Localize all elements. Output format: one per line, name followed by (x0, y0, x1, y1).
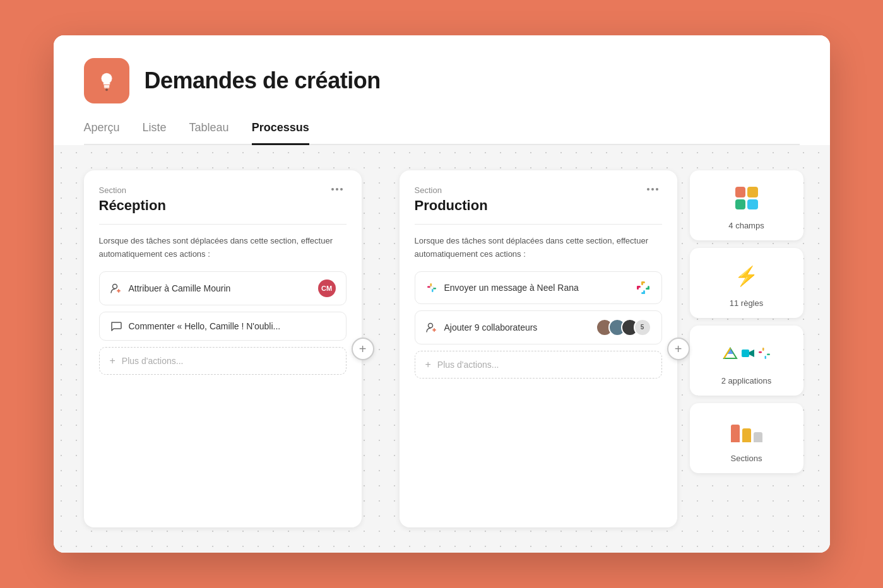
section-reception-divider (99, 224, 347, 225)
svg-point-2 (105, 88, 108, 91)
assign-icon (110, 282, 122, 295)
process-canvas: Section Réception Lorsque des tâches son… (54, 145, 830, 553)
right-sidebar: 4 champs ⚡ 11 règles (677, 170, 803, 527)
action-comment-text: Commenter « Hello, Camille ! N'oubli... (129, 321, 281, 331)
tabs-nav: Aperçu Liste Tableau Processus (84, 121, 800, 145)
svg-rect-25 (762, 348, 764, 351)
section-production-label: Section (415, 185, 488, 195)
project-name: Demandes de création (145, 68, 381, 94)
project-title-row: Demandes de création (84, 58, 800, 103)
svg-rect-21 (742, 350, 749, 357)
collaborators-avatars: 5 (596, 319, 651, 336)
sections-bars-icon (731, 420, 762, 442)
collaborators-icon (425, 321, 438, 334)
section-reception-card: Section Réception Lorsque des tâches son… (84, 170, 362, 527)
svg-point-3 (112, 284, 117, 288)
action-slack-message[interactable]: Envoyer un message à Neel Rana (415, 271, 662, 304)
tab-processus[interactable]: Processus (252, 121, 309, 145)
action-slack-text: Envoyer un message à Neel Rana (444, 283, 579, 293)
widget-applications[interactable]: 2 applications (690, 326, 803, 396)
action-add-reception[interactable]: + Plus d'actions... (99, 347, 347, 375)
sections-icon-area (729, 413, 764, 449)
google-meet-icon (740, 346, 756, 361)
section-production-card: Section Production Lorsque des tâches so… (400, 170, 677, 527)
action-assign-camille[interactable]: Attribuer à Camille Mourin CM (99, 271, 347, 305)
widget-sections[interactable]: Sections (690, 403, 803, 473)
section-reception-more-button[interactable] (328, 185, 347, 193)
action-collaborators-text: Ajouter 9 collaborateurs (444, 322, 538, 332)
slack-small-icon (758, 347, 771, 360)
section-reception-name: Réception (99, 197, 166, 214)
camille-avatar: CM (318, 279, 336, 297)
tab-liste[interactable]: Liste (143, 121, 167, 145)
section-reception-header: Section Réception (99, 185, 347, 214)
svg-rect-23 (759, 351, 762, 353)
tab-tableau[interactable]: Tableau (189, 121, 229, 145)
regles-icon-area: ⚡ (729, 258, 764, 293)
lightning-icon: ⚡ (735, 265, 758, 287)
lightbulb-icon (95, 69, 119, 93)
section-production-name: Production (415, 197, 488, 214)
connector-plus-production[interactable]: + (667, 338, 690, 360)
action-comment[interactable]: Commenter « Hello, Camille ! N'oubli... (99, 312, 347, 341)
add-action-label-prod: Plus d'actions... (437, 360, 499, 370)
app-window: Demandes de création Aperçu Liste Tablea… (54, 35, 830, 553)
widget-champs[interactable]: 4 champs (690, 170, 803, 240)
svg-rect-1 (104, 86, 109, 88)
svg-point-17 (428, 323, 432, 327)
applications-icon-area (729, 336, 764, 371)
svg-rect-7 (432, 289, 434, 292)
svg-rect-8 (430, 286, 433, 289)
slack-logo-right (635, 279, 651, 296)
action-add-collaborators[interactable]: Ajouter 9 collaborateurs 5 (415, 310, 662, 344)
comment-icon (110, 320, 122, 332)
section-production-desc: Lorsque des tâches sont déplacées dans c… (415, 235, 662, 261)
add-action-plus-icon: + (110, 355, 116, 367)
connector-plus-reception[interactable]: + (352, 338, 374, 360)
champs-icon-area (729, 180, 764, 216)
section-reception-label: Section (99, 185, 166, 195)
add-action-label: Plus d'actions... (122, 356, 184, 366)
regles-label: 11 règles (730, 298, 763, 308)
section-production-divider (415, 224, 662, 225)
project-icon (84, 58, 129, 103)
svg-rect-26 (764, 356, 766, 359)
svg-marker-22 (749, 350, 754, 357)
action-add-production[interactable]: + Plus d'actions... (415, 351, 662, 379)
sections-label: Sections (731, 454, 762, 463)
svg-rect-24 (767, 354, 770, 356)
applications-label: 2 applications (721, 376, 772, 385)
section-production-header: Section Production (415, 185, 662, 214)
champs-label: 4 champs (728, 221, 764, 230)
add-action-plus-icon-prod: + (425, 359, 431, 370)
header: Demandes de création Aperçu Liste Tablea… (54, 35, 830, 145)
apps-icons (723, 346, 771, 361)
svg-rect-6 (430, 283, 432, 286)
action-assign-camille-text: Attribuer à Camille Mourin (129, 283, 231, 293)
google-drive-icon (723, 346, 738, 361)
section-production-more-button[interactable] (643, 185, 662, 193)
sections-area: Section Réception Lorsque des tâches son… (84, 170, 677, 527)
svg-rect-16 (641, 292, 645, 294)
section-reception-desc: Lorsque des tâches sont déplacées dans c… (99, 235, 347, 261)
svg-rect-14 (641, 281, 645, 283)
avatar-count: 5 (634, 319, 651, 336)
widget-regles[interactable]: ⚡ 11 règles (690, 248, 803, 318)
grid-icon (735, 187, 758, 209)
slack-app-icon (425, 281, 438, 294)
svg-rect-12 (648, 286, 649, 290)
svg-rect-10 (637, 286, 639, 290)
tab-apercu[interactable]: Aperçu (84, 121, 120, 145)
